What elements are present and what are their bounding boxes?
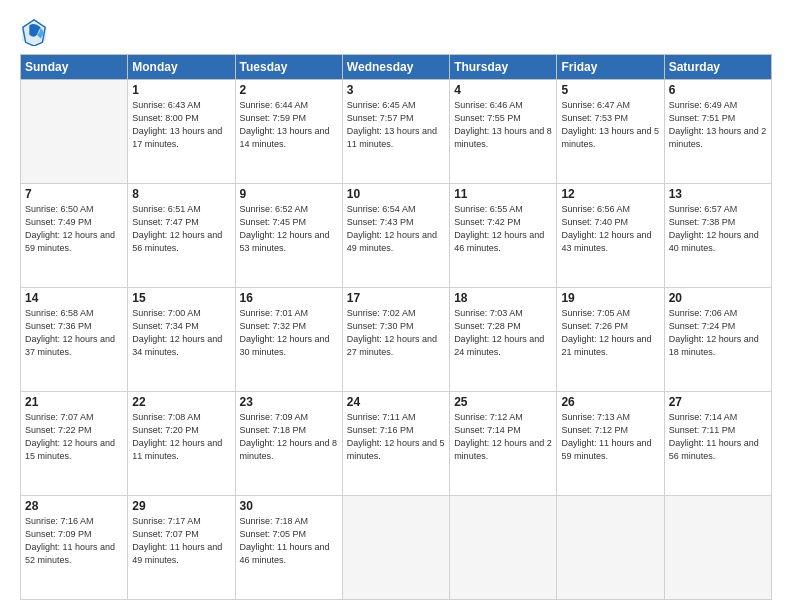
day-cell-2: 2Sunrise: 6:44 AMSunset: 7:59 PMDaylight… bbox=[235, 80, 342, 184]
day-cell-12: 12Sunrise: 6:56 AMSunset: 7:40 PMDayligh… bbox=[557, 184, 664, 288]
day-number: 5 bbox=[561, 83, 659, 97]
day-cell-10: 10Sunrise: 6:54 AMSunset: 7:43 PMDayligh… bbox=[342, 184, 449, 288]
empty-cell bbox=[664, 496, 771, 600]
day-info: Sunrise: 6:43 AMSunset: 8:00 PMDaylight:… bbox=[132, 99, 230, 151]
day-info: Sunrise: 7:09 AMSunset: 7:18 PMDaylight:… bbox=[240, 411, 338, 463]
logo-icon bbox=[20, 18, 48, 46]
day-cell-11: 11Sunrise: 6:55 AMSunset: 7:42 PMDayligh… bbox=[450, 184, 557, 288]
day-number: 20 bbox=[669, 291, 767, 305]
day-number: 13 bbox=[669, 187, 767, 201]
day-cell-28: 28Sunrise: 7:16 AMSunset: 7:09 PMDayligh… bbox=[21, 496, 128, 600]
day-number: 22 bbox=[132, 395, 230, 409]
day-number: 25 bbox=[454, 395, 552, 409]
day-cell-29: 29Sunrise: 7:17 AMSunset: 7:07 PMDayligh… bbox=[128, 496, 235, 600]
day-info: Sunrise: 6:58 AMSunset: 7:36 PMDaylight:… bbox=[25, 307, 123, 359]
weekday-header-sunday: Sunday bbox=[21, 55, 128, 80]
day-cell-21: 21Sunrise: 7:07 AMSunset: 7:22 PMDayligh… bbox=[21, 392, 128, 496]
empty-cell bbox=[557, 496, 664, 600]
day-info: Sunrise: 7:05 AMSunset: 7:26 PMDaylight:… bbox=[561, 307, 659, 359]
day-info: Sunrise: 6:56 AMSunset: 7:40 PMDaylight:… bbox=[561, 203, 659, 255]
day-info: Sunrise: 7:18 AMSunset: 7:05 PMDaylight:… bbox=[240, 515, 338, 567]
day-cell-20: 20Sunrise: 7:06 AMSunset: 7:24 PMDayligh… bbox=[664, 288, 771, 392]
day-number: 9 bbox=[240, 187, 338, 201]
weekday-header-monday: Monday bbox=[128, 55, 235, 80]
day-cell-23: 23Sunrise: 7:09 AMSunset: 7:18 PMDayligh… bbox=[235, 392, 342, 496]
day-info: Sunrise: 6:52 AMSunset: 7:45 PMDaylight:… bbox=[240, 203, 338, 255]
day-info: Sunrise: 7:01 AMSunset: 7:32 PMDaylight:… bbox=[240, 307, 338, 359]
day-number: 17 bbox=[347, 291, 445, 305]
day-info: Sunrise: 7:06 AMSunset: 7:24 PMDaylight:… bbox=[669, 307, 767, 359]
day-number: 21 bbox=[25, 395, 123, 409]
day-info: Sunrise: 7:00 AMSunset: 7:34 PMDaylight:… bbox=[132, 307, 230, 359]
day-number: 27 bbox=[669, 395, 767, 409]
day-cell-14: 14Sunrise: 6:58 AMSunset: 7:36 PMDayligh… bbox=[21, 288, 128, 392]
day-number: 12 bbox=[561, 187, 659, 201]
day-cell-16: 16Sunrise: 7:01 AMSunset: 7:32 PMDayligh… bbox=[235, 288, 342, 392]
day-number: 4 bbox=[454, 83, 552, 97]
day-info: Sunrise: 6:49 AMSunset: 7:51 PMDaylight:… bbox=[669, 99, 767, 151]
day-cell-4: 4Sunrise: 6:46 AMSunset: 7:55 PMDaylight… bbox=[450, 80, 557, 184]
day-cell-6: 6Sunrise: 6:49 AMSunset: 7:51 PMDaylight… bbox=[664, 80, 771, 184]
week-row-1: 1Sunrise: 6:43 AMSunset: 8:00 PMDaylight… bbox=[21, 80, 772, 184]
day-cell-27: 27Sunrise: 7:14 AMSunset: 7:11 PMDayligh… bbox=[664, 392, 771, 496]
day-cell-25: 25Sunrise: 7:12 AMSunset: 7:14 PMDayligh… bbox=[450, 392, 557, 496]
day-info: Sunrise: 7:08 AMSunset: 7:20 PMDaylight:… bbox=[132, 411, 230, 463]
logo bbox=[20, 18, 52, 46]
day-info: Sunrise: 6:51 AMSunset: 7:47 PMDaylight:… bbox=[132, 203, 230, 255]
week-row-3: 14Sunrise: 6:58 AMSunset: 7:36 PMDayligh… bbox=[21, 288, 772, 392]
week-row-4: 21Sunrise: 7:07 AMSunset: 7:22 PMDayligh… bbox=[21, 392, 772, 496]
day-number: 29 bbox=[132, 499, 230, 513]
day-number: 28 bbox=[25, 499, 123, 513]
day-info: Sunrise: 6:46 AMSunset: 7:55 PMDaylight:… bbox=[454, 99, 552, 151]
weekday-header-saturday: Saturday bbox=[664, 55, 771, 80]
day-cell-5: 5Sunrise: 6:47 AMSunset: 7:53 PMDaylight… bbox=[557, 80, 664, 184]
day-info: Sunrise: 7:07 AMSunset: 7:22 PMDaylight:… bbox=[25, 411, 123, 463]
day-info: Sunrise: 6:55 AMSunset: 7:42 PMDaylight:… bbox=[454, 203, 552, 255]
weekday-header-tuesday: Tuesday bbox=[235, 55, 342, 80]
week-row-5: 28Sunrise: 7:16 AMSunset: 7:09 PMDayligh… bbox=[21, 496, 772, 600]
page: SundayMondayTuesdayWednesdayThursdayFrid… bbox=[0, 0, 792, 612]
day-cell-22: 22Sunrise: 7:08 AMSunset: 7:20 PMDayligh… bbox=[128, 392, 235, 496]
week-row-2: 7Sunrise: 6:50 AMSunset: 7:49 PMDaylight… bbox=[21, 184, 772, 288]
day-cell-1: 1Sunrise: 6:43 AMSunset: 8:00 PMDaylight… bbox=[128, 80, 235, 184]
day-info: Sunrise: 7:03 AMSunset: 7:28 PMDaylight:… bbox=[454, 307, 552, 359]
day-cell-13: 13Sunrise: 6:57 AMSunset: 7:38 PMDayligh… bbox=[664, 184, 771, 288]
day-number: 18 bbox=[454, 291, 552, 305]
day-number: 1 bbox=[132, 83, 230, 97]
day-cell-15: 15Sunrise: 7:00 AMSunset: 7:34 PMDayligh… bbox=[128, 288, 235, 392]
day-number: 30 bbox=[240, 499, 338, 513]
empty-cell bbox=[21, 80, 128, 184]
day-info: Sunrise: 7:12 AMSunset: 7:14 PMDaylight:… bbox=[454, 411, 552, 463]
day-cell-3: 3Sunrise: 6:45 AMSunset: 7:57 PMDaylight… bbox=[342, 80, 449, 184]
day-cell-9: 9Sunrise: 6:52 AMSunset: 7:45 PMDaylight… bbox=[235, 184, 342, 288]
header bbox=[20, 18, 772, 46]
day-info: Sunrise: 6:47 AMSunset: 7:53 PMDaylight:… bbox=[561, 99, 659, 151]
day-number: 11 bbox=[454, 187, 552, 201]
day-cell-7: 7Sunrise: 6:50 AMSunset: 7:49 PMDaylight… bbox=[21, 184, 128, 288]
day-cell-19: 19Sunrise: 7:05 AMSunset: 7:26 PMDayligh… bbox=[557, 288, 664, 392]
calendar: SundayMondayTuesdayWednesdayThursdayFrid… bbox=[20, 54, 772, 600]
weekday-header-wednesday: Wednesday bbox=[342, 55, 449, 80]
day-number: 2 bbox=[240, 83, 338, 97]
day-info: Sunrise: 6:57 AMSunset: 7:38 PMDaylight:… bbox=[669, 203, 767, 255]
day-number: 8 bbox=[132, 187, 230, 201]
day-info: Sunrise: 6:54 AMSunset: 7:43 PMDaylight:… bbox=[347, 203, 445, 255]
day-info: Sunrise: 7:16 AMSunset: 7:09 PMDaylight:… bbox=[25, 515, 123, 567]
day-number: 6 bbox=[669, 83, 767, 97]
day-number: 3 bbox=[347, 83, 445, 97]
day-number: 16 bbox=[240, 291, 338, 305]
empty-cell bbox=[342, 496, 449, 600]
day-number: 14 bbox=[25, 291, 123, 305]
day-info: Sunrise: 7:02 AMSunset: 7:30 PMDaylight:… bbox=[347, 307, 445, 359]
day-cell-8: 8Sunrise: 6:51 AMSunset: 7:47 PMDaylight… bbox=[128, 184, 235, 288]
day-number: 23 bbox=[240, 395, 338, 409]
day-number: 19 bbox=[561, 291, 659, 305]
weekday-header-friday: Friday bbox=[557, 55, 664, 80]
day-cell-17: 17Sunrise: 7:02 AMSunset: 7:30 PMDayligh… bbox=[342, 288, 449, 392]
day-info: Sunrise: 7:11 AMSunset: 7:16 PMDaylight:… bbox=[347, 411, 445, 463]
weekday-header-thursday: Thursday bbox=[450, 55, 557, 80]
day-info: Sunrise: 7:13 AMSunset: 7:12 PMDaylight:… bbox=[561, 411, 659, 463]
day-number: 15 bbox=[132, 291, 230, 305]
weekday-header-row: SundayMondayTuesdayWednesdayThursdayFrid… bbox=[21, 55, 772, 80]
day-info: Sunrise: 7:17 AMSunset: 7:07 PMDaylight:… bbox=[132, 515, 230, 567]
